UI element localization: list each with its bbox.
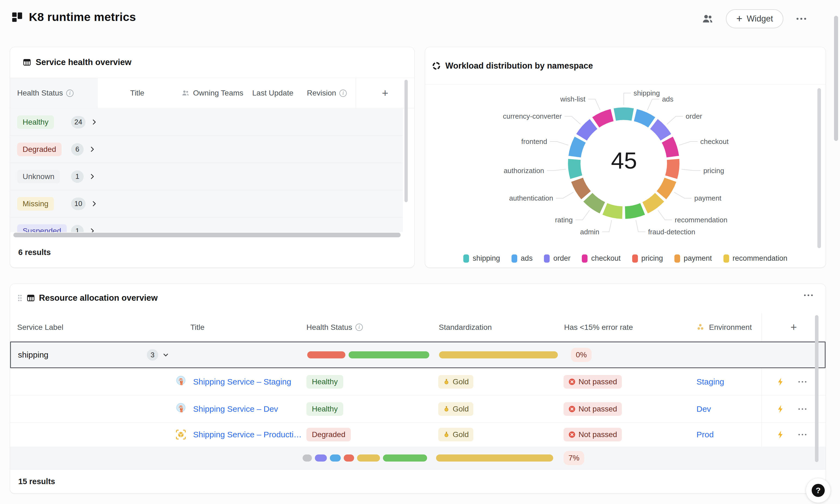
top-bar: K8 runtime metrics + Widget [0, 0, 840, 41]
legend-item[interactable]: ads [511, 254, 533, 263]
donut-chart[interactable]: shippingadsordercheckoutpricingpaymentre… [425, 85, 826, 268]
svg-text:recommendation: recommendation [675, 216, 727, 224]
standardization-badge: Gold [438, 402, 473, 416]
error-rate-badge: 0% [571, 348, 592, 362]
table-row[interactable]: Missing 10 [10, 190, 403, 217]
resource-table-header: Service Label Title Health Status i Stan… [10, 313, 826, 342]
legend-item[interactable]: checkout [582, 254, 620, 263]
lightning-icon[interactable] [776, 377, 785, 386]
environment-link[interactable]: Dev [697, 404, 711, 414]
status-badge: Healthy [17, 115, 54, 129]
column-header-owning-teams: Owning Teams [193, 89, 244, 97]
column-header-health-status: Health Status [307, 323, 352, 332]
status-badge: Healthy [307, 402, 343, 416]
row-more-button[interactable] [798, 433, 807, 436]
table-row[interactable]: Unknown 1 [10, 163, 403, 190]
status-badge: Degraded [17, 143, 62, 156]
lightning-icon[interactable] [776, 404, 785, 414]
service-link[interactable]: Shipping Service – Staging [193, 377, 291, 386]
legend-item[interactable]: shipping [463, 254, 500, 263]
medal-icon [443, 431, 450, 438]
vertical-scrollbar[interactable] [404, 80, 408, 202]
environment-link[interactable]: Prod [697, 430, 714, 439]
table-row[interactable]: Healthy 24 [10, 109, 403, 136]
chevron-down-icon[interactable] [162, 351, 170, 359]
standardization-badge: Gold [438, 375, 473, 389]
help-button[interactable]: ? [806, 478, 831, 503]
not-passed-badge: Not passed [563, 402, 622, 416]
legend-item[interactable]: payment [675, 254, 712, 263]
service-link[interactable]: Shipping Service – Dev [193, 404, 278, 414]
status-badge: Degraded [307, 428, 351, 442]
page-title: K8 runtime metrics [29, 10, 136, 24]
share-users-icon[interactable] [701, 13, 714, 25]
count-badge: 3 [147, 349, 158, 361]
page-more-button[interactable] [795, 17, 807, 21]
error-rate-badge: 7% [563, 451, 584, 465]
aggregate-row: 7% [10, 447, 826, 469]
team-icon [181, 89, 190, 97]
column-header-revision: Revision [307, 89, 336, 97]
page-scrollbar[interactable] [834, 16, 838, 141]
environment-link[interactable]: Staging [697, 377, 724, 386]
column-header-title: Title [190, 323, 205, 332]
card-more-button[interactable] [803, 294, 813, 297]
table-row[interactable]: Shipping Service – Dev Healthy Gold [10, 395, 826, 422]
status-badge: Unknown [17, 170, 60, 183]
svg-text:admin: admin [580, 228, 599, 236]
results-count: 15 results [18, 477, 55, 486]
standardization-bar [436, 454, 553, 462]
chevron-right-icon[interactable] [90, 119, 98, 126]
chevron-right-icon[interactable] [89, 146, 96, 153]
legend-swatch [675, 254, 680, 263]
legend-item[interactable]: pricing [632, 254, 663, 263]
legend-swatch [723, 254, 729, 263]
horizontal-scrollbar[interactable] [13, 233, 401, 237]
workload-distribution-card: Workload distribution by namespace shipp… [425, 47, 826, 268]
add-widget-label: Widget [747, 14, 773, 24]
standardization-badge: Gold [438, 428, 473, 442]
table-row[interactable]: Shipping Service – Staging Healthy Gold [10, 368, 826, 395]
add-widget-button[interactable]: + Widget [726, 9, 783, 28]
info-icon[interactable]: i [339, 90, 347, 97]
svg-text:wish-list: wish-list [560, 95, 585, 103]
legend-swatch [463, 254, 469, 263]
count-badge: 10 [71, 198, 86, 210]
card-title-workload: Workload distribution by namespace [445, 61, 593, 71]
info-icon[interactable]: i [66, 90, 73, 97]
svg-text:order: order [686, 112, 702, 120]
donut-icon [432, 61, 441, 71]
legend-item[interactable]: recommendation [723, 254, 787, 263]
group-row-shipping[interactable]: shipping 3 0% [10, 342, 826, 368]
info-icon[interactable]: i [355, 324, 363, 331]
card-title-service-health: Service health overview [36, 57, 132, 67]
service-link[interactable]: Shipping Service – Producti… [193, 430, 302, 439]
table-row[interactable]: Suspended 1 [10, 217, 403, 232]
failed-icon [568, 378, 576, 385]
not-passed-badge: Not passed [563, 428, 622, 442]
vertical-scrollbar[interactable] [815, 315, 819, 462]
count-badge: 24 [71, 116, 86, 128]
service-health-rows: Healthy 24 Degraded 6 Unknown 1 [10, 109, 403, 232]
standardization-bar [439, 351, 558, 358]
status-badge: Missing [17, 197, 54, 211]
table-row[interactable]: Degraded 6 [10, 136, 403, 163]
table-icon [27, 294, 35, 302]
row-more-button[interactable] [798, 380, 807, 383]
chevron-right-icon[interactable] [89, 227, 96, 232]
failed-icon [568, 431, 576, 438]
drag-handle-icon[interactable] [17, 294, 23, 302]
table-row[interactable]: Shipping Service – Producti… Degraded Go… [10, 422, 826, 447]
row-more-button[interactable] [798, 408, 807, 410]
legend-item[interactable]: order [544, 254, 570, 263]
svg-text:ads: ads [662, 95, 673, 103]
vertical-scrollbar[interactable] [817, 88, 821, 248]
octopus-icon [175, 376, 187, 388]
cube-scan-icon [175, 428, 187, 441]
lightning-icon[interactable] [776, 430, 785, 439]
legend-swatch [632, 254, 638, 263]
chevron-right-icon[interactable] [89, 173, 96, 180]
chevron-right-icon[interactable] [90, 200, 98, 208]
donut-center-value: 45 [597, 147, 651, 174]
help-icon: ? [812, 484, 825, 497]
